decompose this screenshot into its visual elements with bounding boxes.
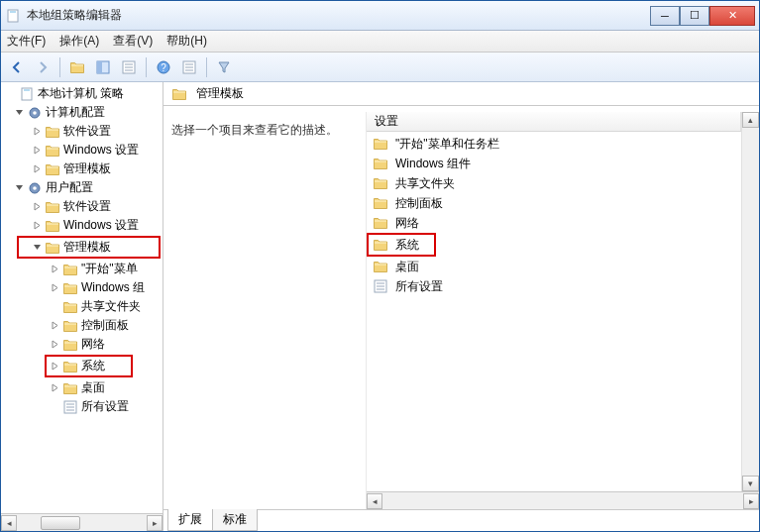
menu-view[interactable]: 查看(V) xyxy=(113,33,153,50)
list-item-net[interactable]: 网络 xyxy=(367,213,741,233)
tree-label: 控制面板 xyxy=(81,317,129,334)
twisty-closed-icon[interactable] xyxy=(29,146,45,155)
list-item-start[interactable]: "开始"菜单和任务栏 xyxy=(367,134,741,154)
list-icon xyxy=(373,278,388,294)
folder-icon xyxy=(62,359,78,374)
tree-label: 共享文件夹 xyxy=(81,298,141,315)
maximize-button[interactable]: ☐ xyxy=(680,6,709,26)
list-item-system[interactable]: 系统 xyxy=(369,235,434,255)
menu-help[interactable]: 帮助(H) xyxy=(166,33,207,50)
tree-item[interactable]: "开始"菜单 xyxy=(1,260,163,278)
list-v-scrollbar[interactable]: ▴ ▾ xyxy=(741,112,759,491)
twisty-closed-icon[interactable] xyxy=(29,127,45,136)
show-hide-tree-button[interactable] xyxy=(91,55,115,79)
list-item-share[interactable]: 共享文件夹 xyxy=(367,173,741,193)
menu-action[interactable]: 操作(A) xyxy=(59,33,99,50)
scroll-track[interactable] xyxy=(382,493,743,509)
list-label: 控制面板 xyxy=(395,195,443,212)
folder-icon xyxy=(45,199,60,215)
folder-icon xyxy=(373,136,388,152)
tree-item[interactable]: 共享文件夹 xyxy=(1,297,163,316)
folder-icon xyxy=(45,124,60,140)
tree-item[interactable]: 桌面 xyxy=(1,378,163,397)
tree-admin-templates[interactable]: 管理模板 xyxy=(19,238,159,257)
twisty-closed-icon[interactable] xyxy=(47,362,62,371)
tree-item[interactable]: 管理模板 xyxy=(1,160,163,178)
menubar: 文件(F) 操作(A) 查看(V) 帮助(H) xyxy=(1,31,759,53)
folder-icon xyxy=(373,237,388,253)
list-label: "开始"菜单和任务栏 xyxy=(395,136,499,153)
tree-item[interactable]: 网络 xyxy=(1,335,163,354)
twisty-closed-icon[interactable] xyxy=(47,340,62,349)
details-pane: 管理模板 选择一个项目来查看它的描述。 设置 "开始"菜单和任务栏 xyxy=(163,82,759,531)
tree-label: 桌面 xyxy=(81,379,105,396)
close-button[interactable]: ✕ xyxy=(709,6,755,26)
folder-icon xyxy=(373,259,388,274)
tree-label: 系统 xyxy=(81,358,105,374)
separator xyxy=(206,57,207,77)
up-button[interactable] xyxy=(65,55,89,79)
tree-item[interactable]: 控制面板 xyxy=(1,316,163,335)
highlight-list-system: 系统 xyxy=(367,233,436,257)
list-h-scrollbar[interactable]: ◂ ▸ xyxy=(367,491,759,509)
twisty-closed-icon[interactable] xyxy=(47,283,62,292)
list-header[interactable]: 设置 xyxy=(367,112,741,132)
list-item-wincomp[interactable]: Windows 组件 xyxy=(367,154,741,173)
tree-item[interactable]: Windows 设置 xyxy=(1,141,163,160)
tree-item[interactable]: 所有设置 xyxy=(1,397,163,416)
tree-computer-config[interactable]: 计算机配置 xyxy=(1,103,163,122)
scroll-down-button[interactable]: ▾ xyxy=(742,476,759,491)
filter-button[interactable] xyxy=(212,55,236,79)
scroll-right-button[interactable]: ▸ xyxy=(743,493,759,509)
scroll-left-button[interactable]: ◂ xyxy=(1,515,17,531)
tab-standard[interactable]: 标准 xyxy=(212,509,258,531)
scroll-up-button[interactable]: ▴ xyxy=(742,112,759,128)
tree-item[interactable]: 软件设置 xyxy=(1,122,163,141)
twisty-closed-icon[interactable] xyxy=(29,202,45,211)
forward-button[interactable] xyxy=(31,55,54,79)
list-label: 桌面 xyxy=(395,259,419,275)
window-title: 本地组策略编辑器 xyxy=(27,7,650,24)
tree-system[interactable]: 系统 xyxy=(47,357,131,375)
twisty-closed-icon[interactable] xyxy=(29,164,45,173)
tree-user-config[interactable]: 用户配置 xyxy=(1,178,163,197)
twisty-closed-icon[interactable] xyxy=(47,383,62,392)
folder-icon xyxy=(62,280,78,296)
console-tree[interactable]: 本地计算机 策略 计算机配置 软件设置 Windows 设置 xyxy=(1,82,163,513)
help-button[interactable]: ? xyxy=(152,55,175,79)
tree-item[interactable]: 软件设置 xyxy=(1,197,163,216)
scroll-right-button[interactable]: ▸ xyxy=(147,515,163,531)
menu-file[interactable]: 文件(F) xyxy=(7,33,46,50)
scroll-track[interactable] xyxy=(742,128,759,476)
list-item-desktop[interactable]: 桌面 xyxy=(367,257,741,276)
tree-h-scrollbar[interactable]: ◂ ▸ xyxy=(1,513,163,531)
titlebar[interactable]: 本地组策略编辑器 ─ ☐ ✕ xyxy=(1,1,759,31)
list-item-control[interactable]: 控制面板 xyxy=(367,193,741,213)
minimize-button[interactable]: ─ xyxy=(650,6,680,26)
tree-root[interactable]: 本地计算机 策略 xyxy=(1,84,163,103)
folder-icon xyxy=(45,161,60,177)
tree-item[interactable]: Windows 设置 xyxy=(1,216,163,235)
properties-button[interactable] xyxy=(177,55,201,79)
twisty-open-icon[interactable] xyxy=(11,108,27,117)
twisty-open-icon[interactable] xyxy=(11,183,27,192)
tree-label: 用户配置 xyxy=(46,179,93,196)
twisty-closed-icon[interactable] xyxy=(47,321,62,330)
scroll-thumb[interactable] xyxy=(41,516,80,530)
twisty-closed-icon[interactable] xyxy=(29,221,45,230)
folder-icon xyxy=(373,195,388,211)
tab-extended[interactable]: 扩展 xyxy=(167,509,213,531)
export-button[interactable] xyxy=(117,55,141,79)
tree-item[interactable]: Windows 组 xyxy=(1,278,163,297)
settings-list[interactable]: "开始"菜单和任务栏 Windows 组件 共享文件夹 控制面板 网络 系统 桌… xyxy=(367,132,741,491)
highlight-system: 系统 xyxy=(45,355,133,377)
twisty-open-icon[interactable] xyxy=(29,243,45,252)
twisty-closed-icon[interactable] xyxy=(47,265,62,273)
scroll-left-button[interactable]: ◂ xyxy=(367,493,382,509)
column-settings[interactable]: 设置 xyxy=(367,112,741,131)
back-button[interactable] xyxy=(5,55,29,79)
scroll-track[interactable] xyxy=(17,515,147,531)
list-item-all[interactable]: 所有设置 xyxy=(367,276,741,296)
svg-rect-9 xyxy=(97,61,102,73)
folder-icon xyxy=(45,218,60,234)
